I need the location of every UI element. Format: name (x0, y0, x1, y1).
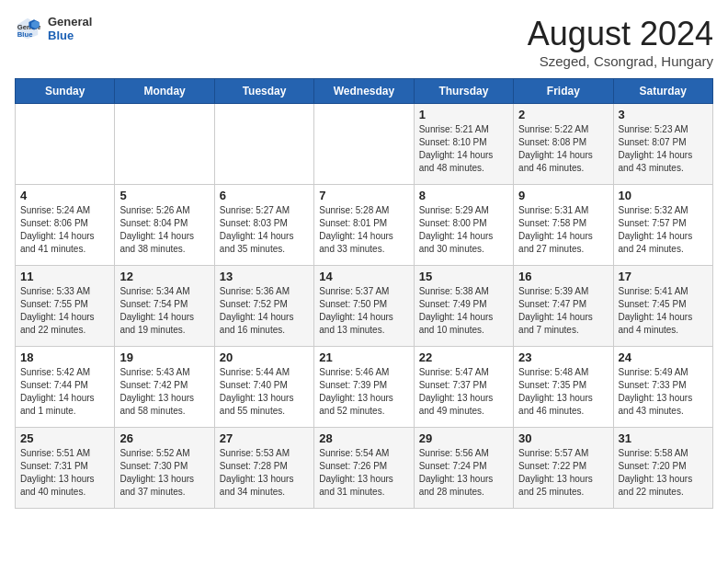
day-cell: 12Sunrise: 5:34 AM Sunset: 7:54 PM Dayli… (115, 266, 214, 347)
day-number: 1 (419, 108, 508, 121)
day-number: 18 (20, 350, 109, 364)
day-info: Sunrise: 5:41 AM Sunset: 7:45 PM Dayligh… (619, 285, 708, 337)
day-info: Sunrise: 5:49 AM Sunset: 7:33 PM Dayligh… (619, 366, 708, 418)
day-cell: 18Sunrise: 5:42 AM Sunset: 7:44 PM Dayli… (16, 347, 115, 428)
day-info: Sunrise: 5:46 AM Sunset: 7:39 PM Dayligh… (319, 366, 408, 418)
day-info: Sunrise: 5:44 AM Sunset: 7:40 PM Dayligh… (220, 366, 309, 418)
day-cell (214, 104, 313, 185)
day-number: 30 (518, 431, 608, 445)
day-info: Sunrise: 5:23 AM Sunset: 8:07 PM Dayligh… (619, 123, 708, 175)
day-cell: 11Sunrise: 5:33 AM Sunset: 7:55 PM Dayli… (16, 266, 115, 347)
day-number: 10 (619, 189, 708, 202)
day-cell: 1Sunrise: 5:21 AM Sunset: 8:10 PM Daylig… (414, 104, 513, 185)
day-info: Sunrise: 5:42 AM Sunset: 7:44 PM Dayligh… (20, 366, 109, 418)
day-cell: 17Sunrise: 5:41 AM Sunset: 7:45 PM Dayli… (613, 266, 712, 347)
day-cell: 5Sunrise: 5:26 AM Sunset: 8:04 PM Daylig… (115, 185, 214, 266)
day-info: Sunrise: 5:37 AM Sunset: 7:50 PM Dayligh… (319, 285, 408, 337)
day-number: 6 (220, 189, 309, 202)
day-info: Sunrise: 5:43 AM Sunset: 7:42 PM Dayligh… (119, 366, 209, 418)
calendar-table: SundayMondayTuesdayWednesdayThursdayFrid… (15, 78, 713, 509)
day-number: 25 (20, 431, 109, 445)
day-number: 26 (119, 431, 209, 445)
day-info: Sunrise: 5:32 AM Sunset: 7:57 PM Dayligh… (619, 204, 708, 256)
day-cell: 26Sunrise: 5:52 AM Sunset: 7:30 PM Dayli… (115, 428, 214, 509)
day-info: Sunrise: 5:58 AM Sunset: 7:20 PM Dayligh… (619, 447, 708, 499)
day-number: 5 (119, 189, 209, 202)
day-info: Sunrise: 5:27 AM Sunset: 8:03 PM Dayligh… (220, 204, 309, 256)
month-year: August 2024 (528, 15, 713, 53)
day-cell: 31Sunrise: 5:58 AM Sunset: 7:20 PM Dayli… (613, 428, 712, 509)
day-number: 12 (119, 270, 209, 283)
header-day: Saturday (613, 79, 712, 104)
day-cell: 10Sunrise: 5:32 AM Sunset: 7:57 PM Dayli… (613, 185, 712, 266)
header-day: Wednesday (314, 79, 414, 104)
day-number: 27 (220, 431, 309, 445)
header-day: Monday (115, 79, 214, 104)
day-cell: 22Sunrise: 5:47 AM Sunset: 7:37 PM Dayli… (414, 347, 513, 428)
day-number: 20 (220, 350, 309, 364)
day-info: Sunrise: 5:26 AM Sunset: 8:04 PM Dayligh… (119, 204, 209, 256)
day-number: 14 (319, 270, 408, 283)
location: Szeged, Csongrad, Hungary (528, 53, 713, 69)
day-info: Sunrise: 5:48 AM Sunset: 7:35 PM Dayligh… (518, 366, 608, 418)
day-info: Sunrise: 5:53 AM Sunset: 7:28 PM Dayligh… (220, 447, 309, 499)
logo-general: General (48, 15, 92, 29)
header-day: Sunday (16, 79, 115, 104)
day-info: Sunrise: 5:52 AM Sunset: 7:30 PM Dayligh… (119, 447, 209, 499)
day-cell: 20Sunrise: 5:44 AM Sunset: 7:40 PM Dayli… (214, 347, 313, 428)
day-info: Sunrise: 5:47 AM Sunset: 7:37 PM Dayligh… (419, 366, 508, 418)
day-cell: 3Sunrise: 5:23 AM Sunset: 8:07 PM Daylig… (613, 104, 712, 185)
day-info: Sunrise: 5:51 AM Sunset: 7:31 PM Dayligh… (20, 447, 109, 499)
day-number: 15 (419, 270, 508, 283)
day-cell: 28Sunrise: 5:54 AM Sunset: 7:26 PM Dayli… (314, 428, 414, 509)
header-day: Tuesday (214, 79, 313, 104)
day-number: 3 (619, 108, 708, 121)
day-cell (314, 104, 414, 185)
day-cell: 8Sunrise: 5:29 AM Sunset: 8:00 PM Daylig… (414, 185, 513, 266)
day-cell: 7Sunrise: 5:28 AM Sunset: 8:01 PM Daylig… (314, 185, 414, 266)
day-cell (115, 104, 214, 185)
day-cell: 19Sunrise: 5:43 AM Sunset: 7:42 PM Dayli… (115, 347, 214, 428)
day-info: Sunrise: 5:31 AM Sunset: 7:58 PM Dayligh… (518, 204, 608, 256)
day-info: Sunrise: 5:33 AM Sunset: 7:55 PM Dayligh… (20, 285, 109, 337)
day-info: Sunrise: 5:22 AM Sunset: 8:08 PM Dayligh… (518, 123, 608, 175)
day-info: Sunrise: 5:56 AM Sunset: 7:24 PM Dayligh… (419, 447, 508, 499)
day-cell: 27Sunrise: 5:53 AM Sunset: 7:28 PM Dayli… (214, 428, 313, 509)
day-number: 8 (419, 189, 508, 202)
day-cell (16, 104, 115, 185)
header-row: SundayMondayTuesdayWednesdayThursdayFrid… (16, 79, 713, 104)
day-cell: 13Sunrise: 5:36 AM Sunset: 7:52 PM Dayli… (214, 266, 313, 347)
day-info: Sunrise: 5:21 AM Sunset: 8:10 PM Dayligh… (419, 123, 508, 175)
day-number: 24 (619, 350, 708, 364)
logo-blue: Blue (48, 29, 92, 42)
day-info: Sunrise: 5:34 AM Sunset: 7:54 PM Dayligh… (119, 285, 209, 337)
week-row: 11Sunrise: 5:33 AM Sunset: 7:55 PM Dayli… (16, 266, 713, 347)
day-number: 19 (119, 350, 209, 364)
day-number: 22 (419, 350, 508, 364)
day-info: Sunrise: 5:28 AM Sunset: 8:01 PM Dayligh… (319, 204, 408, 256)
day-number: 13 (220, 270, 309, 283)
day-number: 2 (518, 108, 608, 121)
week-row: 4Sunrise: 5:24 AM Sunset: 8:06 PM Daylig… (16, 185, 713, 266)
day-info: Sunrise: 5:54 AM Sunset: 7:26 PM Dayligh… (319, 447, 408, 499)
day-cell: 30Sunrise: 5:57 AM Sunset: 7:22 PM Dayli… (514, 428, 613, 509)
day-number: 9 (518, 189, 608, 202)
day-cell: 2Sunrise: 5:22 AM Sunset: 8:08 PM Daylig… (514, 104, 613, 185)
day-number: 28 (319, 431, 408, 445)
week-row: 25Sunrise: 5:51 AM Sunset: 7:31 PM Dayli… (16, 428, 713, 509)
day-cell: 29Sunrise: 5:56 AM Sunset: 7:24 PM Dayli… (414, 428, 513, 509)
day-number: 21 (319, 350, 408, 364)
day-cell: 21Sunrise: 5:46 AM Sunset: 7:39 PM Dayli… (314, 347, 414, 428)
day-cell: 25Sunrise: 5:51 AM Sunset: 7:31 PM Dayli… (16, 428, 115, 509)
page-header: General Blue General Blue August 2024 Sz… (15, 15, 713, 69)
day-number: 31 (619, 431, 708, 445)
day-cell: 6Sunrise: 5:27 AM Sunset: 8:03 PM Daylig… (214, 185, 313, 266)
day-cell: 24Sunrise: 5:49 AM Sunset: 7:33 PM Dayli… (613, 347, 712, 428)
day-info: Sunrise: 5:36 AM Sunset: 7:52 PM Dayligh… (220, 285, 309, 337)
header-day: Thursday (414, 79, 513, 104)
day-number: 7 (319, 189, 408, 202)
header-day: Friday (514, 79, 613, 104)
logo: General Blue General Blue (15, 15, 92, 42)
day-number: 16 (518, 270, 608, 283)
week-row: 18Sunrise: 5:42 AM Sunset: 7:44 PM Dayli… (16, 347, 713, 428)
